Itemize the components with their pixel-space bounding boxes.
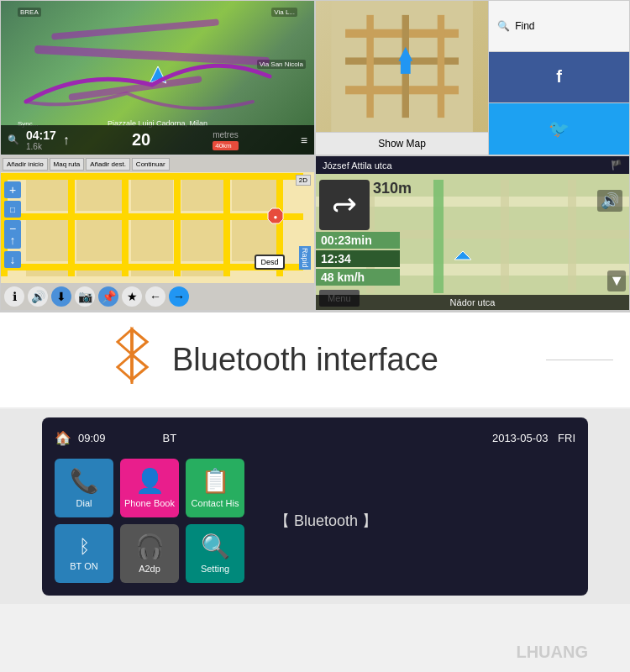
map1-distance: 1.6k	[26, 142, 56, 151]
map4-header-icon: 🏴	[611, 160, 622, 171]
map4-street-name: József Attila utca	[323, 160, 392, 171]
road-stripe-3	[68, 76, 202, 101]
bt-a2dp-icon: 🎧	[135, 533, 165, 560]
svg-rect-19	[181, 219, 223, 261]
bt-row2: ᛒ BT ON 🎧 A2dp 🔍 Setting	[55, 524, 244, 583]
map1-time: 04:17	[26, 129, 56, 142]
svg-rect-24	[181, 270, 223, 276]
bt-home-icon[interactable]: 🏠	[55, 430, 71, 446]
bt-dial-icon: 📞	[70, 467, 99, 495]
map1-speed-display: 20	[132, 130, 150, 150]
bt-bton-button[interactable]: ᛒ BT ON	[55, 524, 113, 583]
map3-zoom-in-btn[interactable]: +	[4, 181, 21, 198]
map3-up-btn[interactable]: ↑	[4, 232, 21, 249]
map2-showmap-button[interactable]: Show Map	[316, 132, 488, 155]
map4-speed-stat: 48 km/h	[316, 269, 400, 286]
map3-back-btn[interactable]: ←	[145, 286, 165, 307]
map1-overlay: 🔍 04:17 1.6k ↑ 20 metres 40km ≡	[1, 125, 314, 155]
bt-contacthis-button[interactable]: 📋 Contact His	[186, 459, 244, 517]
svg-rect-21	[26, 270, 68, 276]
map3-rapid-label[interactable]: Rapid	[299, 246, 311, 270]
map3-continue-btn[interactable]: Continuar	[132, 158, 170, 171]
map2-facebook-button[interactable]: f	[488, 52, 629, 103]
bt-dial-label: Dial	[76, 498, 92, 508]
map3-stop-sign: ●	[266, 207, 285, 228]
map4-header: József Attila utca 🏴	[316, 156, 629, 174]
bt-phonebook-icon: 👤	[135, 467, 165, 495]
map3-cell: Añadir inicio Maq ruta Añadir dest. Cont…	[0, 155, 315, 311]
map4-turn-arrow: ↩	[319, 180, 370, 230]
svg-rect-22	[76, 270, 123, 276]
bt-setting-button[interactable]: 🔍 Setting	[186, 524, 244, 583]
map4-scroll-down-icon[interactable]: ▼	[607, 270, 626, 291]
svg-marker-52	[132, 329, 147, 380]
svg-rect-11	[26, 177, 68, 211]
svg-rect-9	[401, 60, 411, 74]
map4-clock-stat: 12:34	[316, 250, 400, 267]
map1-road-label3: Via San Nicola	[257, 60, 306, 69]
bt-day: FRI	[558, 432, 575, 444]
bt-panel-header: 🏠 09:09 BT 2013-05-03 FRI	[55, 430, 575, 446]
map3-2d-btn[interactable]: 2D	[296, 175, 311, 186]
map3-add-start-btn[interactable]: Añadir inicio	[3, 158, 48, 171]
bt-bton-label: BT ON	[70, 561, 97, 571]
map1-position-marker	[150, 66, 166, 90]
bt-bton-icon: ᛒ	[79, 536, 90, 558]
map2-twitter-button[interactable]: 🐦	[488, 103, 629, 155]
bt-contacthis-icon: 📋	[201, 467, 230, 495]
map1-search-icon[interactable]: 🔍	[8, 134, 19, 145]
svg-rect-23	[131, 270, 173, 276]
watermark-text: LHUANG	[516, 643, 588, 662]
svg-rect-25	[1, 173, 303, 180]
road-stripe-2	[34, 45, 270, 66]
svg-rect-33	[223, 173, 230, 276]
map2-map-preview	[316, 1, 488, 132]
bt-dial-button[interactable]: 📞 Dial	[55, 459, 113, 517]
bt-panel-body: 📞 Dial 👤 Phone Book 📋 Contact His	[55, 459, 575, 583]
bt-button-grid: 📞 Dial 👤 Phone Book 📋 Contact His	[55, 459, 244, 583]
map3-download-btn[interactable]: ⬇	[51, 286, 71, 307]
map1-road-label2: Via L...	[271, 8, 297, 17]
bt-date: 2013-05-03	[492, 432, 549, 444]
svg-rect-31	[122, 173, 129, 276]
svg-rect-32	[174, 173, 181, 276]
bt-contacthis-label: Contact His	[192, 498, 239, 508]
bt-setting-icon: 🔍	[201, 533, 230, 560]
map2-showmap-label: Show Map	[378, 138, 426, 150]
bluetooth-panel: 🏠 09:09 BT 2013-05-03 FRI 📞 Dial	[42, 417, 588, 596]
map4-volume-icon[interactable]: 🔊	[597, 190, 622, 212]
bt-a2dp-label: A2dp	[139, 564, 160, 574]
map3-star-btn[interactable]: ★	[122, 286, 142, 307]
map1-menu-icon[interactable]: ≡	[301, 134, 307, 147]
bt-a2dp-button[interactable]: 🎧 A2dp	[120, 524, 179, 583]
map3-map-toggle-btn[interactable]: □	[4, 201, 21, 218]
svg-marker-0	[150, 66, 166, 83]
map3-pin-btn[interactable]: 📌	[98, 286, 118, 307]
svg-rect-44	[568, 180, 576, 293]
svg-rect-26	[1, 213, 303, 220]
svg-rect-13	[131, 177, 173, 211]
map3-camera-btn[interactable]: 📷	[75, 286, 95, 307]
map3-maq-btn[interactable]: Maq ruta	[50, 158, 85, 171]
svg-marker-48	[132, 329, 147, 354]
map2-preview-svg	[316, 1, 488, 132]
bt-header-right: 2013-05-03 FRI	[492, 432, 575, 444]
map3-add-dest-btn[interactable]: Añadir dest.	[86, 158, 130, 171]
map3-nav-arrows: ↑ ↓	[4, 232, 21, 268]
svg-rect-43	[501, 180, 509, 293]
map3-sound-btn[interactable]: 🔊	[28, 286, 48, 307]
svg-rect-14	[181, 177, 223, 211]
map3-down-btn[interactable]: ↓	[4, 251, 21, 268]
map3-forward-btn[interactable]: →	[169, 286, 189, 307]
map3-info-btn[interactable]: ℹ	[4, 286, 24, 307]
bt-right-label: 【 Bluetooth 】	[275, 511, 377, 531]
map3-zoom-controls: + □ −	[4, 181, 21, 237]
maps-grid: BREA Via L... Via San Nicola Sync... Pia…	[0, 0, 630, 312]
map2-social-panel: 🔍Find f 🐦	[488, 1, 629, 155]
bt-mode: BT	[163, 432, 177, 444]
bt-phonebook-button[interactable]: 👤 Phone Book	[120, 459, 179, 517]
bt-time: 09:09	[78, 432, 106, 444]
bluetooth-title: Bluetooth interface	[172, 342, 438, 378]
bt-logo	[109, 325, 155, 395]
map2-find-right[interactable]: 🔍Find	[488, 1, 629, 52]
